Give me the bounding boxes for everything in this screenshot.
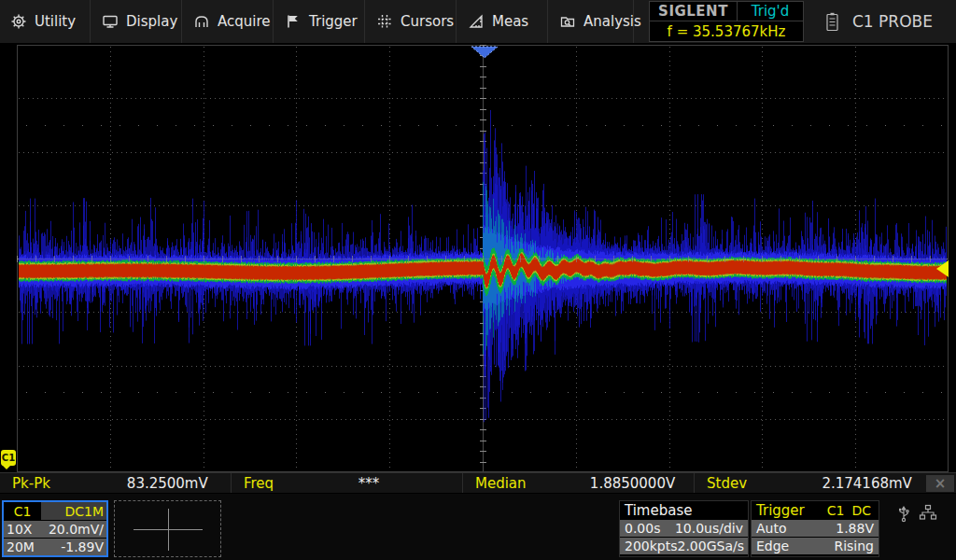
measurement-value: ***: [358, 475, 380, 492]
top-menu-bar: Utility Display Acquire Trigger: [0, 0, 956, 43]
frequency-readout: f = 35.53767kHz: [650, 21, 803, 41]
probe-readout[interactable]: C1 PROBE: [820, 0, 956, 43]
menu-item-trigger[interactable]: Trigger: [274, 0, 365, 43]
trigger-level-marker[interactable]: [936, 260, 949, 277]
measurement-value: 2.174168mV: [822, 475, 911, 492]
status-block[interactable]: SIGLENT Trig'd f = 35.53767kHz: [649, 1, 804, 42]
close-icon[interactable]: ×: [926, 475, 954, 492]
channel-name-chip[interactable]: C1: [4, 502, 41, 520]
add-trace-placeholder[interactable]: [114, 500, 221, 557]
measurement-pkpk[interactable]: Pk-Pk 83.2500mV: [0, 473, 232, 493]
trigger-descriptor-box[interactable]: Trigger C1 DC Auto 1.88V Edge Rising: [751, 500, 879, 557]
trigger-level: 1.88V: [836, 521, 874, 536]
measurement-label: Pk-Pk: [0, 475, 50, 492]
measurement-value: 83.2500mV: [127, 475, 208, 492]
measurement-stdev[interactable]: Stdev 2.174168mV: [695, 473, 926, 493]
channel-offset-tag[interactable]: C1: [1, 450, 16, 466]
menu-item-label: Trigger: [309, 13, 358, 30]
network-icon: [919, 504, 937, 521]
measurement-median[interactable]: Median 1.8850000V: [463, 473, 695, 493]
menu-item-label: Meas: [492, 13, 528, 30]
monitor-icon: [102, 13, 119, 30]
brand-logo: SIGLENT: [650, 2, 738, 21]
measurement-value: 1.8850000V: [590, 475, 675, 492]
menu-item-label: Utility: [35, 13, 76, 30]
measurement-bar: Pk-Pk 83.2500mV Freq *** Median 1.885000…: [0, 472, 956, 494]
probe-label: C1 PROBE: [852, 12, 933, 31]
measurement-label: Freq: [232, 475, 274, 492]
menu-item-utility[interactable]: Utility: [0, 0, 91, 43]
timebase-descriptor-box[interactable]: Timebase 0.00s 10.0us/div 200kpts 2.00GS…: [619, 500, 749, 557]
menu-item-meas[interactable]: Meas: [457, 0, 548, 43]
trigger-source-chip: C1: [824, 503, 848, 518]
trigger-type: Edge: [756, 539, 789, 553]
gear-icon: [10, 13, 27, 30]
menu-item-label: Acquire: [218, 13, 271, 30]
clipboard-icon: [825, 12, 839, 32]
bottom-bar: C1 DC1M 10X 20.0mV/ 20M -1.89V Timebase …: [0, 494, 956, 560]
analysis-icon: [559, 13, 576, 30]
trigger-position-marker[interactable]: [471, 46, 499, 59]
measurement-freq[interactable]: Freq ***: [232, 473, 463, 493]
timebase-title: Timebase: [625, 502, 692, 519]
usb-icon: [896, 504, 911, 523]
acquire-icon: [193, 13, 210, 30]
menu-item-analysis[interactable]: Analysis: [549, 0, 634, 43]
channel-bandwidth: 20M: [7, 539, 35, 554]
channel-offset: -1.89V: [61, 539, 104, 554]
trigger-slope: Rising: [834, 539, 874, 553]
menu-item-cursors[interactable]: Cursors: [366, 0, 457, 43]
trigger-coupling-chip: DC: [849, 503, 874, 518]
flag-icon: [285, 13, 302, 30]
menu-item-acquire[interactable]: Acquire: [183, 0, 274, 43]
trigger-title: Trigger: [756, 502, 805, 519]
timebase-delay: 0.00s: [625, 521, 660, 536]
measurement-label: Median: [463, 475, 527, 492]
measurement-label: Stdev: [695, 475, 747, 492]
timebase-sample-rate: 2.00GSa/s: [678, 539, 745, 553]
channel-coupling: DC1M: [41, 502, 106, 520]
timebase-points: 200kpts: [625, 539, 678, 553]
timebase-scale: 10.0us/div: [675, 521, 743, 536]
waveform-canvas[interactable]: [17, 45, 949, 472]
waveform-display-area[interactable]: C1: [0, 43, 956, 472]
menu-item-label: Display: [126, 13, 177, 30]
channel-probe-atten: 10X: [7, 522, 32, 537]
ruler-icon: [468, 13, 485, 30]
menu-item-label: Analysis: [583, 13, 641, 30]
cursors-icon: [376, 13, 393, 30]
menu-item-display[interactable]: Display: [91, 0, 182, 43]
trigger-mode: Auto: [756, 521, 787, 536]
channel-scale: 20.0mV/: [49, 522, 104, 537]
crosshair-icon: [168, 509, 169, 551]
trigger-status-badge: Trig'd: [738, 2, 803, 21]
channel-descriptor-box[interactable]: C1 DC1M 10X 20.0mV/ 20M -1.89V: [2, 500, 108, 557]
menu-item-label: Cursors: [401, 13, 454, 30]
